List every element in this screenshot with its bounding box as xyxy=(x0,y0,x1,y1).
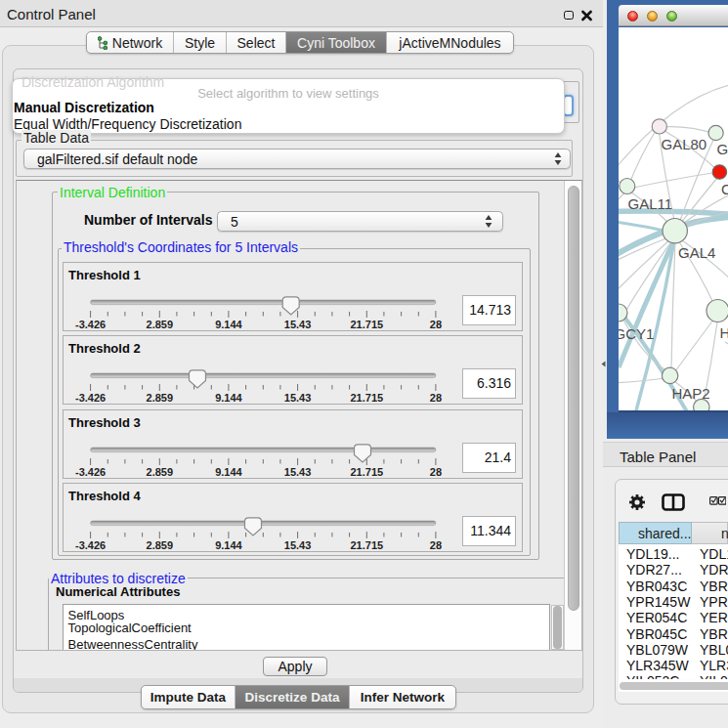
svg-text:C: C xyxy=(721,181,728,197)
svg-text:GAL80: GAL80 xyxy=(662,136,707,152)
svg-text:GA: GA xyxy=(717,141,728,157)
svg-text:GAL11: GAL11 xyxy=(628,195,673,212)
svg-text:H: H xyxy=(720,324,728,341)
svg-text:GCY1: GCY1 xyxy=(619,325,654,342)
svg-text:GAL4: GAL4 xyxy=(678,244,715,261)
svg-text:HAP2: HAP2 xyxy=(672,385,710,402)
